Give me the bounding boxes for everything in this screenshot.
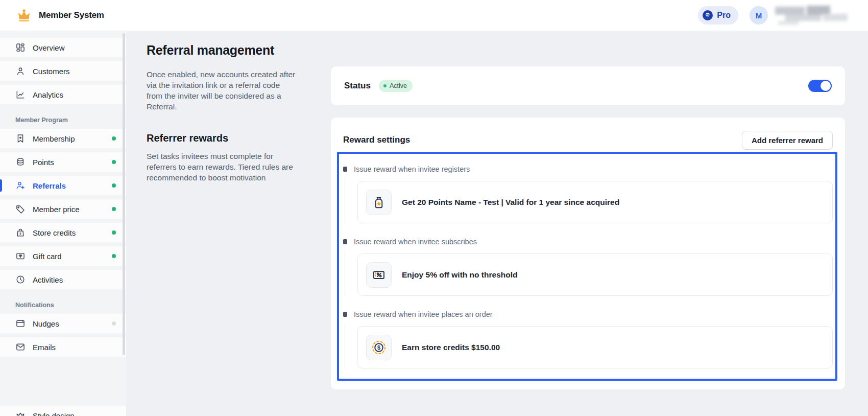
redacted-username [775,5,852,26]
envelope-icon [15,342,26,352]
sidebar-item-activities[interactable]: Activities [0,270,126,289]
page-title: Referral management [147,43,298,58]
coupon-icon [366,262,392,288]
sidebar-item-label: Customers [33,67,70,76]
sidebar-item-label: Nudges [33,319,59,328]
badge-star-icon [15,133,26,144]
group-label-row: Issue reward when invitee registers [343,165,833,174]
person-icon [15,66,26,76]
gift-card-icon [15,251,26,261]
clock-icon [15,274,26,285]
sidebar-item-label: Gift card [33,252,62,261]
avatar[interactable]: M [750,6,768,25]
sidebar-item-gift-card[interactable]: Gift card [0,246,126,266]
group-condition: Issue reward when invitee places an orde… [354,310,493,318]
price-tag-icon [15,204,26,214]
sidebar-item-label: Activities [33,275,63,284]
green-dot-icon [383,84,387,87]
active-indicator [0,179,2,192]
coins-icon [15,157,26,167]
app-logo: Member System [16,8,104,23]
reward-group-order: Issue reward when invitee places an orde… [343,310,833,368]
sidebar-item-style-design[interactable]: Style design [0,406,126,416]
sidebar-scrollbar[interactable] [123,33,125,355]
sidebar-section-member-program: Member Program [15,117,126,126]
page: Member System Pro M [0,0,868,416]
coin-dollar-icon: $ [366,335,392,360]
reward-item[interactable]: Enjoy 5% off with no threshold [357,253,833,296]
sidebar-item-label: Analytics [33,90,63,99]
status-dot [112,254,116,258]
sidebar-item-store-credits[interactable]: $ Store credits [0,223,126,242]
pro-badge[interactable]: Pro [698,6,738,25]
toggle-knob [821,81,831,91]
sidebar-item-label: Overview [33,43,65,52]
top-header: Member System Pro M [0,0,868,31]
svg-text:$: $ [377,344,380,351]
status-badge-label: Active [390,82,407,89]
referrer-rewards-description: Set tasks invitees must complete for ref… [147,151,298,183]
status-dot [112,183,116,188]
gem-icon [702,10,713,21]
status-dot [112,207,116,211]
bullet-icon [343,312,347,317]
line-chart-icon [15,89,26,100]
reward-settings-title: Reward settings [343,135,410,145]
svg-text:$: $ [19,232,21,235]
indent-guide [345,250,345,296]
sidebar: Overview Customers Analytics Member Prog… [0,31,126,416]
add-referrer-reward-button[interactable]: Add referrer reward [742,131,833,150]
status-toggle[interactable] [808,80,832,92]
reward-settings-card: Reward settings Add referrer reward Issu… [331,118,845,389]
group-condition: Issue reward when invitee registers [354,165,470,173]
points-jar-icon [366,190,392,215]
sidebar-item-label: Style design [33,411,75,416]
bullet-icon [343,167,347,172]
sidebar-item-analytics[interactable]: Analytics [0,85,126,104]
reward-item[interactable]: $ Earn store credits $150.00 [357,326,833,368]
status-dot [112,230,116,235]
status-label: Status [344,81,371,91]
status-card: Status Active [331,66,845,105]
sidebar-item-overview[interactable]: Overview [0,38,126,57]
left-column: Referral management Once enabled, new ac… [147,43,298,183]
pro-badge-label: Pro [717,11,731,20]
indent-guide [345,323,345,368]
referrer-rewards-title: Referrer rewards [147,132,298,144]
reward-description: Get 20 Points Name - Test | Valid for 1 … [402,198,619,207]
person-plus-icon [15,180,26,191]
kanban-icon [15,42,26,53]
status-dot [112,321,116,326]
sidebar-item-label: Referrals [33,181,66,190]
crown-icon [16,8,32,23]
reward-settings-header: Reward settings Add referrer reward [343,131,833,149]
sidebar-item-membership[interactable]: Membership [0,129,126,148]
sidebar-item-label: Store credits [33,228,76,237]
browser-window-icon [15,318,26,329]
status-dot [112,160,116,164]
header-right: Pro M [698,5,852,26]
reward-groups: Issue reward when invitee registers Get … [343,165,833,368]
bullet-icon [343,239,347,244]
sidebar-item-emails[interactable]: Emails [0,337,126,357]
reward-description: Enjoy 5% off with no threshold [402,270,517,280]
sidebar-item-label: Member price [33,205,80,214]
shopping-bag-icon: $ [15,227,26,238]
reward-group-subscribes: Issue reward when invitee subscribes Enj… [343,237,833,296]
right-column: Status Active Reward settings Add referr… [331,66,845,389]
sidebar-item-member-price[interactable]: Member price [0,199,126,219]
sidebar-section-notifications: Notifications [15,302,126,311]
sidebar-item-points[interactable]: Points [0,152,126,172]
sidebar-item-label: Points [33,158,54,167]
reward-item[interactable]: Get 20 Points Name - Test | Valid for 1 … [357,181,833,223]
indent-guide [345,178,345,223]
reward-description: Earn store credits $150.00 [402,343,500,352]
sidebar-item-nudges[interactable]: Nudges [0,314,126,333]
group-label-row: Issue reward when invitee places an orde… [343,310,833,319]
reward-group-registers: Issue reward when invitee registers Get … [343,165,833,223]
sidebar-item-referrals[interactable]: Referrals [0,176,126,195]
group-label-row: Issue reward when invitee subscribes [343,237,833,246]
sidebar-item-customers[interactable]: Customers [0,61,126,81]
status-dot [112,136,116,141]
status-badge: Active [379,80,413,92]
